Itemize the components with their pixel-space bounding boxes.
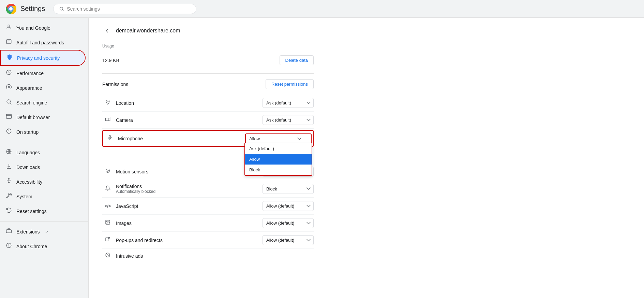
location-icon	[102, 99, 113, 107]
microphone-select-display[interactable]: Allow	[245, 133, 312, 143]
svg-point-31	[107, 170, 108, 171]
permission-row-camera: Camera Ask (default) Allow Block	[102, 112, 314, 129]
microphone-selected-value: Allow	[249, 136, 260, 141]
permission-row-popups: Pop-ups and redirects Allow (default) Bl…	[102, 232, 314, 249]
images-select[interactable]: Allow (default) Block	[263, 218, 314, 228]
svg-rect-28	[109, 135, 110, 138]
images-icon	[102, 219, 113, 227]
system-icon	[5, 193, 12, 200]
search-bar[interactable]	[53, 4, 196, 14]
microphone-icon	[104, 135, 115, 142]
sidebar-label-autofill: Autofill and passwords	[16, 40, 64, 45]
dropdown-option-allow[interactable]: Allow	[245, 154, 312, 165]
sidebar-label-privacy: Privacy and security	[17, 55, 60, 61]
permission-row-javascript: </> JavaScript Allow (default) Block	[102, 198, 314, 215]
svg-rect-21	[8, 229, 10, 230]
sidebar-item-on-startup[interactable]: On startup	[0, 125, 86, 139]
permissions-title: Permissions	[102, 82, 128, 87]
svg-point-5	[8, 25, 10, 27]
appearance-icon	[5, 84, 12, 92]
camera-select[interactable]: Ask (default) Allow Block	[263, 115, 314, 125]
images-label: Images	[113, 221, 263, 226]
delete-data-button[interactable]: Delete data	[280, 55, 314, 65]
page-title: Settings	[20, 5, 45, 13]
motion-icon	[102, 168, 113, 175]
notifications-select[interactable]: Block Ask (default) Allow	[263, 184, 314, 194]
sidebar-label-performance: Performance	[16, 71, 44, 76]
performance-icon	[5, 69, 12, 77]
search-engine-icon	[5, 99, 12, 107]
dropdown-option-block[interactable]: Block	[245, 165, 312, 175]
permission-row-intrusive-ads: Intrusive ads	[102, 249, 314, 263]
default-browser-icon	[5, 113, 12, 121]
sidebar-item-performance[interactable]: Performance	[0, 66, 86, 81]
search-input[interactable]	[67, 6, 191, 12]
svg-point-33	[107, 221, 107, 222]
sidebar-label-you-google: You and Google	[16, 25, 50, 31]
sidebar-item-accessibility[interactable]: Accessibility	[0, 174, 86, 189]
sidebar-label-search: Search engine	[16, 100, 47, 105]
location-select[interactable]: Ask (default) Allow Block	[263, 98, 314, 108]
sidebar-label-reset: Reset settings	[16, 209, 47, 214]
sidebar-item-search[interactable]: Search engine	[0, 95, 86, 110]
usage-row: 12.9 KB Delete data	[102, 53, 314, 68]
sidebar-item-autofill[interactable]: Autofill and passwords	[0, 35, 86, 50]
reset-permissions-button[interactable]: Reset permissions	[266, 79, 314, 89]
svg-rect-34	[106, 238, 109, 241]
sidebar-item-default-browser[interactable]: Default browser	[0, 110, 86, 125]
permission-row-images: Images Allow (default) Block	[102, 215, 314, 232]
search-icon	[59, 6, 64, 12]
about-icon	[5, 242, 12, 250]
intrusive-ads-label: Intrusive ads	[113, 253, 314, 259]
sidebar-label-downloads: Downloads	[16, 165, 40, 170]
sidebar-item-you-google[interactable]: You and Google	[0, 20, 86, 35]
motion-label: Motion sensors	[113, 169, 263, 174]
sidebar-item-appearance[interactable]: Appearance	[0, 81, 86, 95]
popups-icon	[102, 237, 113, 244]
sidebar-label-appearance: Appearance	[16, 85, 42, 91]
popups-label: Pop-ups and redirects	[113, 238, 263, 243]
sidebar-item-reset[interactable]: Reset settings	[0, 204, 86, 218]
shield-icon	[6, 54, 13, 62]
back-button[interactable]	[102, 26, 112, 36]
sidebar-divider-2	[0, 221, 88, 222]
svg-marker-27	[109, 118, 110, 120]
sidebar-item-languages[interactable]: Languages	[0, 145, 86, 160]
sidebar-label-system: System	[16, 194, 32, 199]
usage-label: Usage	[102, 44, 314, 48]
sidebar-label-languages: Languages	[16, 150, 40, 155]
chrome-logo	[5, 3, 16, 14]
downloads-icon	[5, 163, 12, 171]
notifications-icon	[102, 185, 113, 193]
content-area: demoair.wondershare.com Usage 12.9 KB De…	[89, 18, 644, 298]
svg-point-25	[107, 101, 108, 102]
microphone-dropdown-wrapper[interactable]: Allow Ask (default) Allow Block	[245, 133, 312, 143]
usage-section: Usage 12.9 KB Delete data	[102, 44, 314, 68]
svg-point-2	[9, 7, 13, 11]
svg-point-10	[8, 86, 10, 88]
javascript-icon: </>	[102, 203, 113, 209]
sidebar-label-accessibility: Accessibility	[16, 179, 42, 185]
svg-line-37	[106, 253, 109, 257]
svg-rect-6	[6, 40, 11, 44]
popups-select[interactable]: Allow (default) Block	[263, 235, 314, 245]
intrusive-ads-icon	[102, 252, 113, 259]
sidebar-label-extensions: Extensions	[16, 229, 40, 235]
camera-icon	[102, 116, 113, 124]
usage-size: 12.9 KB	[102, 58, 119, 63]
sidebar-label-on-startup: On startup	[16, 129, 39, 135]
dropdown-option-ask[interactable]: Ask (default)	[245, 143, 312, 154]
sidebar-item-extensions[interactable]: Extensions ↗	[0, 224, 86, 239]
sidebar-label-about: About Chrome	[16, 244, 47, 249]
sidebar-item-downloads[interactable]: Downloads	[0, 160, 86, 174]
sidebar-item-system[interactable]: System	[0, 189, 86, 204]
accessibility-icon	[5, 178, 12, 186]
svg-point-11	[7, 100, 11, 103]
site-url: demoair.wondershare.com	[116, 28, 180, 34]
sidebar-item-privacy[interactable]: Privacy and security	[1, 51, 85, 65]
top-bar: Settings	[0, 0, 644, 18]
permissions-section: Permissions Reset permissions Location A…	[102, 79, 314, 263]
javascript-select[interactable]: Allow (default) Block	[263, 201, 314, 211]
sidebar-item-about[interactable]: About Chrome	[0, 239, 86, 254]
languages-icon	[5, 148, 12, 156]
